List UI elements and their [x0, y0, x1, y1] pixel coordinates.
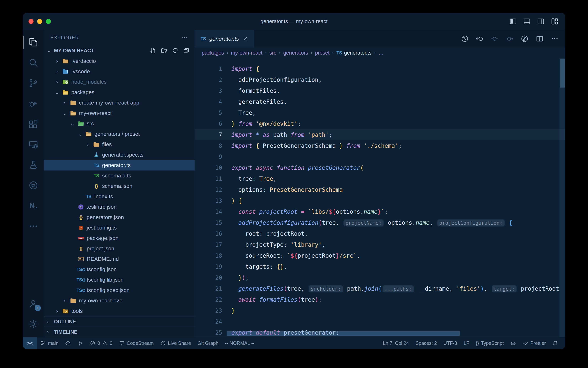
tree-item-my-own-react-e2e[interactable]: ›my-own-react-e2e: [44, 295, 195, 306]
open-previous-change-icon[interactable]: [475, 35, 483, 43]
status-label: 0: [97, 340, 100, 346]
breadcrumb-item-packages[interactable]: packages: [202, 50, 224, 56]
tree-item-files[interactable]: ›files: [44, 139, 195, 150]
status-vim-mode[interactable]: -- NORMAL --: [222, 337, 258, 349]
status-notifications[interactable]: [549, 337, 562, 349]
activity-item-codestream[interactable]: [23, 175, 44, 196]
breadcrumb-item-preset[interactable]: preset: [315, 50, 329, 56]
breadcrumb-item-generators[interactable]: generators: [283, 50, 308, 56]
tree-item-package-json[interactable]: npmpackage.json: [44, 233, 195, 243]
status-codestream[interactable]: CodeStream: [116, 337, 157, 349]
close-tab-icon[interactable]: [242, 36, 248, 42]
status-eol[interactable]: LF: [460, 337, 472, 349]
code-line-1: import {: [231, 63, 565, 74]
status-language-mode[interactable]: {}TypeScript: [473, 337, 507, 349]
codestream-icon: [28, 180, 38, 190]
outline-section[interactable]: › OUTLINE: [44, 316, 195, 327]
toggle-secondary-sidebar-icon[interactable]: [537, 17, 545, 26]
status-live-share[interactable]: Live Share: [157, 337, 194, 349]
tree-item-tsconfig-spec-json[interactable]: TS⛭tsconfig.spec.json: [44, 285, 195, 295]
tree-item-verdaccio[interactable]: ›.verdaccio: [44, 56, 195, 66]
tree-item-packages[interactable]: ⌄packages: [44, 87, 195, 98]
tree-item-schema-json[interactable]: {}schema.json: [44, 181, 195, 191]
explorer-more-actions-icon[interactable]: [181, 34, 188, 41]
activity-item-nx-console[interactable]: N≥: [23, 196, 44, 216]
breadcrumb-item-file[interactable]: TSgenerator.ts: [336, 50, 371, 56]
code-token: [256, 296, 259, 303]
breadcrumb-item-my-own-react[interactable]: my-own-react: [231, 50, 263, 56]
vertical-scrollbar-track[interactable]: [560, 58, 565, 337]
status-prettier[interactable]: Prettier: [519, 337, 549, 349]
status-encoding[interactable]: UTF-8: [440, 337, 460, 349]
code-token: [252, 120, 256, 127]
activity-item-testing[interactable]: [23, 155, 44, 175]
tree-item-vscode[interactable]: ›.vscode: [44, 66, 195, 77]
status-problems[interactable]: 00: [87, 337, 116, 349]
line-number-12: 12: [195, 184, 231, 195]
toggle-primary-sidebar-icon[interactable]: [509, 17, 517, 26]
minimize-window-button[interactable]: [37, 19, 42, 24]
status-pipeline-status[interactable]: [74, 337, 87, 349]
code-token: join: [364, 285, 378, 292]
code-token: .: [361, 285, 364, 292]
timeline-section[interactable]: › TIMELINE: [44, 327, 195, 337]
tree-item-jest-config-ts[interactable]: jest.config.ts: [44, 222, 195, 233]
tree-item-generator-spec-ts[interactable]: TSgenerator.spec.ts: [44, 150, 195, 160]
status-indentation[interactable]: Spaces: 2: [412, 337, 440, 349]
tree-item-label: schema.d.ts: [102, 173, 131, 179]
vertical-scrollbar-thumb[interactable]: [560, 59, 565, 88]
tree-item-eslintrc-json[interactable]: .eslintrc.json: [44, 202, 195, 212]
activity-item-remote-explorer[interactable]: [23, 134, 44, 155]
tree-item-generator-ts[interactable]: TSgenerator.ts: [44, 160, 195, 171]
activity-item-explorer[interactable]: [23, 32, 44, 53]
status-remote-indicator[interactable]: ><: [23, 337, 37, 349]
more-editor-actions-icon[interactable]: [551, 35, 559, 43]
activity-item-run-and-debug[interactable]: [23, 93, 44, 114]
tree-item-tsconfig-lib-json[interactable]: TS⛭tsconfig.lib.json: [44, 275, 195, 285]
code-token: import: [231, 131, 252, 138]
activity-item-source-control[interactable]: [23, 73, 44, 93]
breadcrumb-overflow[interactable]: …: [378, 50, 384, 56]
workspace-section-header[interactable]: ⌄ MY-OWN-REACT: [44, 45, 195, 56]
close-window-button[interactable]: [28, 19, 34, 24]
refresh-explorer-icon[interactable]: [172, 47, 178, 54]
previous-change-icon[interactable]: [491, 35, 499, 43]
activity-item-additional-views[interactable]: [23, 216, 44, 237]
tree-item-create-my-own-react-app[interactable]: ›create-my-own-react-app: [44, 98, 195, 108]
new-folder-icon[interactable]: [161, 47, 167, 54]
tree-item-readme-md[interactable]: MREADME.md: [44, 254, 195, 264]
git-actions-icon[interactable]: [521, 35, 529, 43]
status-copilot[interactable]: [507, 337, 519, 349]
customize-layout-icon[interactable]: [551, 17, 559, 26]
tree-item-generators-json[interactable]: {}generators.json: [44, 212, 195, 222]
status-sync-changes[interactable]: [62, 337, 74, 349]
zoom-window-button[interactable]: [46, 19, 51, 24]
activity-item-settings[interactable]: [23, 314, 44, 334]
activity-item-extensions[interactable]: [23, 114, 44, 134]
activity-item-search[interactable]: [23, 53, 44, 73]
tree-item-my-own-react[interactable]: ⌄my-own-react: [44, 108, 195, 119]
tree-item-index-ts[interactable]: TSindex.ts: [44, 191, 195, 202]
code-editor[interactable]: 1234567891011121314151617181920212223242…: [195, 58, 565, 337]
next-change-icon[interactable]: [506, 35, 514, 43]
tree-item-node-modules[interactable]: ›JSnode_modules: [44, 77, 195, 87]
toggle-panel-icon[interactable]: [523, 17, 531, 26]
tree-item-tools[interactable]: ›tools: [44, 306, 195, 316]
local-history-icon[interactable]: [460, 35, 469, 43]
status-cursor-position[interactable]: Ln 7, Col 24: [380, 337, 412, 349]
tree-item-src[interactable]: ⌄src: [44, 119, 195, 129]
horizontal-scrollbar[interactable]: [227, 331, 460, 336]
tree-item-tsconfig-json[interactable]: TS⛭tsconfig.json: [44, 264, 195, 275]
tree-item-schema-d-ts[interactable]: TSschema.d.ts: [44, 171, 195, 181]
new-file-icon[interactable]: [149, 47, 156, 54]
code-line-5: Tree,: [231, 107, 565, 118]
tab-generator-ts[interactable]: TS generator.ts: [195, 30, 254, 47]
collapse-folders-icon[interactable]: [183, 47, 190, 54]
tree-item-project-json[interactable]: {}project.json: [44, 243, 195, 254]
breadcrumb-item-src[interactable]: src: [269, 50, 276, 56]
status-git-branch[interactable]: main: [37, 337, 62, 349]
status-git-graph[interactable]: Git Graph: [194, 337, 221, 349]
activity-item-accounts[interactable]: 1: [23, 293, 44, 314]
tree-item-generators-preset[interactable]: ⌄generators / preset: [44, 129, 195, 139]
split-editor-icon[interactable]: [535, 35, 544, 43]
